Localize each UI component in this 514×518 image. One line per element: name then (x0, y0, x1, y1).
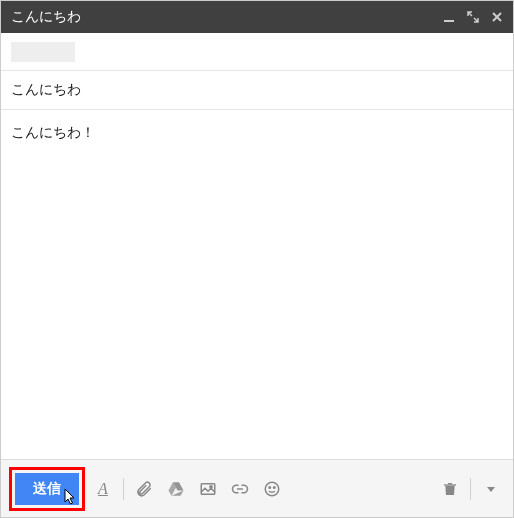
compose-toolbar: 送信 A (1, 459, 513, 517)
compose-titlebar: こんにちわ (1, 1, 513, 33)
send-button[interactable]: 送信 (15, 473, 79, 505)
link-icon[interactable] (226, 475, 254, 503)
svg-point-2 (210, 485, 212, 487)
compose-title: こんにちわ (11, 8, 443, 26)
svg-point-5 (269, 486, 271, 488)
trash-icon[interactable] (436, 475, 464, 503)
recipient-chip[interactable] (11, 42, 75, 62)
send-highlight: 送信 (9, 467, 85, 511)
window-controls (443, 11, 503, 23)
expand-icon[interactable] (467, 11, 479, 23)
recipients-field[interactable] (1, 33, 513, 71)
image-icon[interactable] (194, 475, 222, 503)
emoji-icon[interactable] (258, 475, 286, 503)
more-options-icon[interactable] (477, 475, 505, 503)
body-text: こんにちわ！ (11, 124, 95, 140)
drive-icon[interactable] (162, 475, 190, 503)
format-text-button[interactable]: A (89, 480, 117, 498)
svg-point-6 (274, 486, 276, 488)
svg-point-4 (265, 482, 279, 496)
attach-icon[interactable] (130, 475, 158, 503)
toolbar-separator (470, 478, 471, 500)
close-icon[interactable] (491, 11, 503, 23)
subject-field[interactable]: こんにちわ (1, 71, 513, 110)
message-body[interactable]: こんにちわ！ (1, 110, 513, 459)
subject-text: こんにちわ (11, 81, 81, 97)
minimize-icon[interactable] (443, 11, 455, 23)
toolbar-separator (123, 478, 124, 500)
